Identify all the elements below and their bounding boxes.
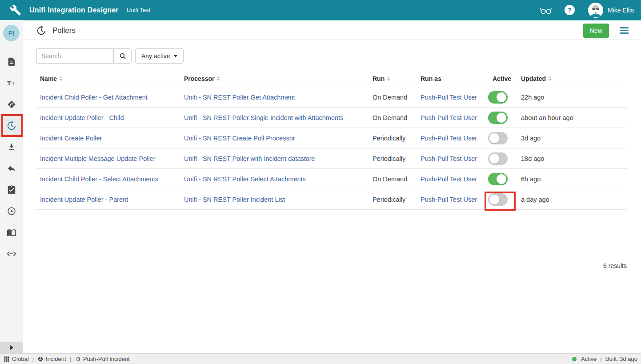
play-circle-icon bbox=[7, 206, 16, 216]
processor-link[interactable]: Unifi - SN REST Poller Single Incident w… bbox=[184, 114, 343, 121]
run-as-link[interactable]: Push-Pull Test User bbox=[421, 176, 477, 183]
poller-name-link[interactable]: Incident Child Poller - Get Attachment bbox=[40, 94, 148, 101]
run-mode-label: On Demand bbox=[373, 114, 407, 121]
processor-link[interactable]: Unifi - SN REST Poller Incident List bbox=[184, 196, 285, 203]
integration-label: Incident bbox=[46, 356, 66, 362]
share-diamond-icon bbox=[7, 100, 16, 109]
workspace-label: Global bbox=[12, 356, 29, 362]
list-toolbar: Any active bbox=[36, 48, 641, 64]
poller-name-link[interactable]: Incident Update Poller - Child bbox=[40, 114, 124, 121]
help-icon[interactable]: ? bbox=[565, 5, 575, 15]
column-header-active: Active bbox=[488, 75, 521, 82]
sidebar-item-text[interactable]: T T bbox=[0, 72, 23, 94]
wrench-icon bbox=[10, 4, 21, 16]
grid-icon bbox=[4, 356, 10, 362]
run-as-link[interactable]: Push-Pull Test User bbox=[421, 94, 477, 101]
top-navbar: Unifi Integration Designer Unifi Test ? … bbox=[0, 0, 641, 20]
updated-label: 22h ago bbox=[521, 94, 544, 101]
active-filter-dropdown[interactable]: Any active bbox=[135, 48, 184, 64]
sidebar-item-reply[interactable] bbox=[0, 158, 23, 179]
main-content: Pollers New Any active Na bbox=[23, 20, 641, 353]
user-avatar[interactable] bbox=[588, 3, 603, 18]
sidebar-item-documents[interactable] bbox=[0, 51, 23, 72]
status-label: Active bbox=[581, 356, 597, 362]
table-row: Incident Child Poller - Select Attachmen… bbox=[36, 169, 627, 189]
updated-label: 6h ago bbox=[521, 176, 541, 183]
workspace-indicator[interactable]: Global bbox=[4, 356, 29, 362]
column-header-run[interactable]: Run bbox=[373, 75, 421, 82]
column-header-updated[interactable]: Updated bbox=[521, 75, 627, 82]
updated-label: 18d ago bbox=[521, 155, 544, 162]
toggle-knob bbox=[489, 154, 499, 164]
column-header-name[interactable]: Name bbox=[36, 75, 184, 82]
table-row: Incident Update Poller - Child Unifi - S… bbox=[36, 108, 627, 128]
document-icon bbox=[7, 57, 16, 67]
active-toggle[interactable] bbox=[488, 173, 508, 185]
active-filter-label: Any active bbox=[141, 52, 170, 60]
sidebar-item-tasks[interactable] bbox=[0, 179, 23, 200]
poller-name-link[interactable]: Incident Update Poller - Parent bbox=[40, 196, 128, 203]
sidebar-avatar[interactable]: PI bbox=[3, 25, 20, 41]
sort-icon bbox=[387, 76, 390, 81]
active-toggle[interactable] bbox=[488, 152, 508, 165]
text-icon: T T bbox=[7, 78, 16, 88]
sidebar-item-pollers[interactable] bbox=[0, 115, 23, 136]
search-input[interactable] bbox=[36, 48, 113, 64]
run-as-link[interactable]: Push-Pull Test User bbox=[421, 135, 477, 142]
status-dot-icon bbox=[572, 357, 577, 361]
glasses-icon[interactable] bbox=[539, 5, 553, 15]
menu-icon[interactable] bbox=[620, 27, 629, 34]
chevron-down-icon bbox=[174, 55, 177, 57]
run-as-link[interactable]: Push-Pull Test User bbox=[421, 155, 477, 162]
processor-link[interactable]: Unifi - SN REST Poller with Incident dat… bbox=[184, 155, 315, 162]
table-row: Incident Multiple Message Update Poller … bbox=[36, 148, 627, 169]
process-indicator[interactable]: Push-Pull Incident bbox=[75, 356, 130, 362]
run-as-link[interactable]: Push-Pull Test User bbox=[421, 196, 477, 203]
poller-name-link[interactable]: Incident Child Poller - Select Attachmen… bbox=[40, 176, 158, 183]
download-icon bbox=[7, 142, 16, 152]
user-name[interactable]: Mike Ellis bbox=[608, 7, 634, 14]
run-as-link[interactable]: Push-Pull Test User bbox=[421, 114, 477, 121]
reply-icon bbox=[7, 164, 16, 173]
column-header-processor[interactable]: Processor bbox=[184, 75, 373, 82]
results-count: 6 results bbox=[603, 262, 627, 269]
active-toggle[interactable] bbox=[488, 91, 508, 104]
svg-text:T: T bbox=[7, 80, 11, 87]
toggle-knob bbox=[497, 113, 506, 123]
processor-link[interactable]: Unifi - SN REST Poller Select Attachment… bbox=[184, 176, 306, 183]
app-title: Unifi Integration Designer bbox=[29, 6, 119, 14]
table-body: Incident Child Poller - Get Attachment U… bbox=[36, 87, 627, 210]
sidebar-item-run[interactable] bbox=[0, 200, 23, 222]
sidebar-item-docs[interactable] bbox=[0, 222, 23, 243]
sidebar-item-share[interactable] bbox=[0, 94, 23, 115]
gear-icon bbox=[75, 356, 81, 362]
process-label: Push-Pull Incident bbox=[83, 356, 130, 362]
sort-icon bbox=[59, 76, 63, 81]
sidebar-expand-button[interactable] bbox=[0, 342, 23, 353]
active-toggle[interactable] bbox=[488, 112, 508, 124]
sidebar-item-download[interactable] bbox=[0, 136, 23, 158]
page-title: Pollers bbox=[52, 26, 76, 35]
book-icon bbox=[7, 228, 16, 237]
build-status: Active bbox=[572, 356, 597, 362]
search-button[interactable] bbox=[113, 48, 132, 64]
updated-label: about an hour ago bbox=[521, 114, 573, 121]
active-toggle[interactable] bbox=[488, 193, 508, 206]
new-button[interactable]: New bbox=[583, 24, 609, 38]
column-header-run-as[interactable]: Run as bbox=[421, 75, 488, 82]
processor-link[interactable]: Unifi - SN REST Poller Get Attachment bbox=[184, 94, 295, 101]
toggle-knob bbox=[497, 92, 506, 102]
table-row: Incident Child Poller - Get Attachment U… bbox=[36, 87, 627, 108]
pollers-page-icon bbox=[36, 26, 46, 36]
page-header: Pollers New bbox=[23, 20, 641, 40]
sidebar-item-code[interactable] bbox=[0, 243, 23, 264]
chevron-right-icon bbox=[10, 345, 13, 350]
table-header-row: Name Processor Run Run as Active bbox=[36, 70, 627, 87]
poller-name-link[interactable]: Incident Multiple Message Update Poller bbox=[40, 155, 156, 162]
processor-link[interactable]: Unifi - SN REST Create Poll Processor bbox=[184, 135, 295, 142]
integration-icon bbox=[37, 356, 44, 362]
active-toggle[interactable] bbox=[488, 132, 508, 144]
integration-indicator[interactable]: Incident bbox=[37, 356, 66, 362]
poller-refresh-icon bbox=[7, 121, 16, 131]
poller-name-link[interactable]: Incident Create Poller bbox=[40, 135, 102, 142]
